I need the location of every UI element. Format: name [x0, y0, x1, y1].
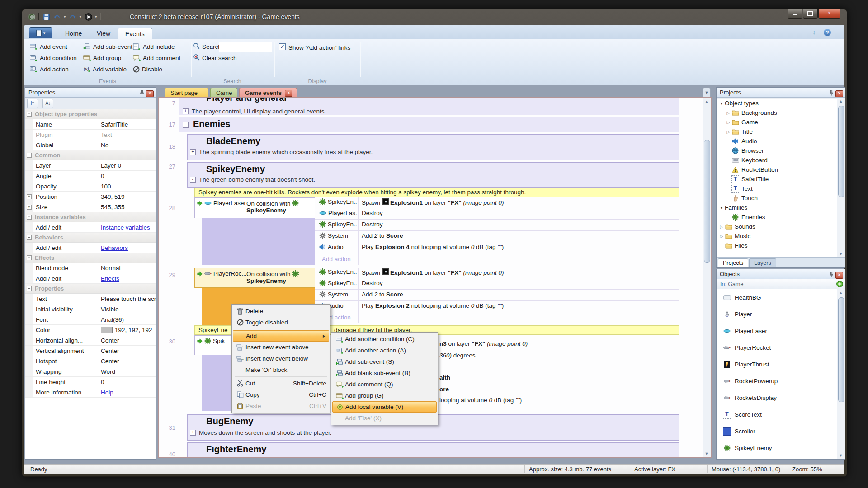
help-icon[interactable]: ?: [824, 29, 831, 36]
pin-icon[interactable]: [140, 89, 144, 98]
tree-item-music[interactable]: ▷Music: [717, 231, 838, 241]
event-28-action-text[interactable]: Destroy: [362, 210, 383, 216]
categorized-view-icon[interactable]: ⁞≡: [27, 99, 38, 108]
collapse-icon[interactable]: −: [25, 235, 33, 240]
submenu-item-add-sub-event-s-[interactable]: Add sub-event (S): [332, 356, 437, 367]
property-value[interactable]: SafariTitle: [98, 121, 156, 128]
add-group-button[interactable]: Add group: [83, 53, 121, 62]
tab-list-dropdown-icon[interactable]: ▼: [703, 88, 711, 98]
application-menu-button[interactable]: ▾: [29, 27, 52, 38]
tree-item-sounds[interactable]: ▷Sounds: [717, 222, 838, 231]
property-row-font[interactable]: FontArial(36): [25, 314, 156, 325]
property-row-color[interactable]: Color192, 192, 192: [25, 325, 156, 335]
context-menu-item-toggle-disabled[interactable]: Toggle disabled: [233, 317, 329, 328]
context-menu-item-delete[interactable]: Delete: [233, 305, 329, 317]
property-value[interactable]: Arial(36): [98, 316, 156, 323]
object-item-scroller[interactable]: Scroller: [717, 423, 838, 440]
object-item-healthbg[interactable]: HealthBG: [717, 289, 838, 306]
property-value[interactable]: Layer 0: [98, 162, 156, 169]
property-value[interactable]: Effects: [98, 275, 156, 282]
tree-item-files[interactable]: Files: [717, 241, 838, 250]
property-row-text[interactable]: TextPlease touch the scr...: [25, 294, 156, 304]
property-group-common[interactable]: −Common: [25, 150, 156, 160]
property-link[interactable]: Effects: [101, 275, 119, 282]
tree-item-safarititle[interactable]: TSafariTitle: [717, 174, 838, 184]
property-row-vertical-alignment[interactable]: Vertical alignmentCenter: [25, 346, 156, 356]
add-include-button[interactable]: Add include: [133, 42, 175, 51]
submenu-item-add-group-g-[interactable]: Add group (G): [332, 390, 437, 401]
collapse-icon[interactable]: −: [25, 215, 33, 220]
tree-item-enemies[interactable]: Enemies: [717, 212, 838, 222]
property-value[interactable]: 349, 519: [98, 193, 156, 200]
property-value[interactable]: 545, 355: [98, 204, 156, 211]
property-group-behaviors[interactable]: −Behaviors: [25, 233, 156, 243]
redo-dropdown-icon[interactable]: ▾: [80, 14, 82, 19]
property-row-add-edit[interactable]: Add / editBehaviors: [25, 243, 156, 253]
group-block-bladeenemy[interactable]: [187, 134, 679, 160]
property-row-initial-visibility[interactable]: Initial visibilityVisible: [25, 304, 156, 314]
event-sheet-scrollbar[interactable]: ▲▼: [703, 98, 711, 457]
tree-item-rocketbutton[interactable]: RocketButton: [717, 165, 838, 174]
property-row-add-edit[interactable]: Add / editInstance variables: [25, 222, 156, 233]
property-row-size[interactable]: +Size545, 355: [25, 202, 156, 212]
undo-icon[interactable]: [53, 13, 61, 21]
panel-tab-projects[interactable]: Projects: [718, 258, 748, 267]
add-event-button[interactable]: Add event: [30, 42, 67, 51]
property-row-layer[interactable]: LayerLayer 0: [25, 160, 156, 171]
property-row-position[interactable]: +Position349, 519: [25, 192, 156, 202]
object-item-rocketpowerup[interactable]: RocketPowerup: [717, 373, 838, 389]
tree-expander-icon[interactable]: ▷: [718, 225, 725, 229]
add-comment-button[interactable]: Add comment: [133, 53, 180, 62]
property-row-horizontal-align-[interactable]: Horizontal align...Center: [25, 335, 156, 346]
tree-item-object-types[interactable]: ▾Object types: [717, 99, 838, 108]
run-icon[interactable]: [84, 13, 92, 21]
submenu-item-add-blank-sub-event-b-[interactable]: Add blank sub-event (B): [332, 367, 437, 379]
group-toggle-icon[interactable]: -: [190, 177, 196, 183]
sort-az-icon[interactable]: A↓: [42, 99, 53, 108]
add-sub-event-button[interactable]: Add sub-event: [83, 42, 132, 51]
tree-item-keyboard[interactable]: Keyboard: [717, 155, 838, 165]
add-condition-button[interactable]: Add condition: [30, 53, 77, 62]
clear-search-button[interactable]: Clear search: [193, 53, 237, 62]
property-row-angle[interactable]: Angle0: [25, 171, 156, 181]
property-value[interactable]: Word: [98, 368, 156, 375]
save-icon[interactable]: [42, 13, 50, 21]
event-29-action-text[interactable]: Play Explosion 2 not looping at volume 0…: [362, 302, 504, 309]
property-row-global[interactable]: GlobalNo: [25, 140, 156, 150]
tree-item-backgrounds[interactable]: ▷Backgrounds: [717, 108, 838, 117]
minimize-button[interactable]: [788, 9, 802, 19]
pin-icon[interactable]: [829, 89, 834, 98]
property-group-object-type-properties[interactable]: −Object type properties: [25, 109, 156, 119]
close-button[interactable]: ×: [818, 9, 840, 19]
property-group-properties[interactable]: −Properties: [25, 284, 156, 294]
property-value[interactable]: Center: [98, 347, 156, 354]
collapse-icon[interactable]: −: [25, 112, 33, 117]
objects-scrollbar[interactable]: ▲▼: [837, 289, 845, 459]
submenu-item-add-else-x-[interactable]: Add 'Else' (X): [332, 413, 437, 424]
property-row-blend-mode[interactable]: Blend modeNormal: [25, 263, 156, 273]
collapse-icon[interactable]: −: [25, 153, 33, 158]
property-value[interactable]: 0: [98, 379, 156, 385]
sheet-tab-start-page[interactable]: Start page: [165, 88, 208, 98]
context-menu-item-insert-new-event-below[interactable]: Insert new event below: [233, 353, 329, 364]
property-row-line-height[interactable]: Line height0: [25, 377, 156, 387]
tree-item-text[interactable]: TText: [717, 184, 838, 193]
context-menu-item-cut[interactable]: CutShift+Delete: [233, 378, 329, 389]
add-action-button[interactable]: Add action: [30, 65, 69, 74]
redo-icon[interactable]: [69, 13, 77, 21]
close-icon[interactable]: ×: [835, 90, 843, 97]
property-group-instance-variables[interactable]: −Instance variables: [25, 212, 156, 222]
group-toggle-icon[interactable]: -: [183, 122, 189, 128]
tree-expander-icon[interactable]: ▷: [725, 130, 731, 134]
panel-tab-layers[interactable]: Layers: [749, 258, 776, 267]
tree-item-touch[interactable]: Touch: [717, 193, 838, 203]
tree-expander-icon[interactable]: ▷: [725, 111, 731, 115]
property-value[interactable]: Center: [98, 337, 156, 344]
property-row-add-edit[interactable]: Add / editEffects: [25, 273, 156, 284]
property-link[interactable]: Instance variables: [101, 224, 150, 231]
tree-item-audio[interactable]: Audio: [717, 136, 838, 146]
ribbon-tab-events[interactable]: Events: [118, 28, 152, 40]
group-block-enemies[interactable]: [179, 117, 679, 132]
property-row-plugin[interactable]: PluginText: [25, 130, 156, 140]
submenu-item-add-comment-q-[interactable]: Add comment (Q): [332, 379, 437, 390]
